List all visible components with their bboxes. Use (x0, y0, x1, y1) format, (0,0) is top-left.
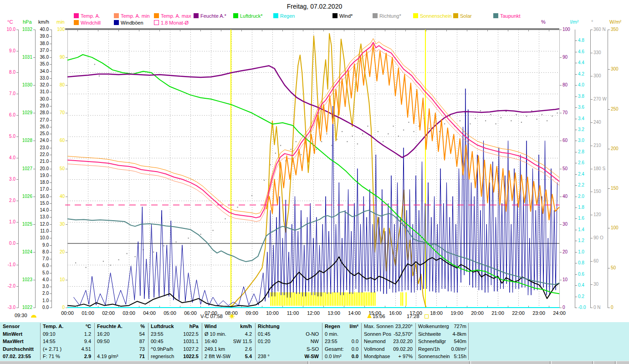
sunshine-bar (296, 292, 297, 306)
sunrise-sun-icon (229, 313, 235, 319)
wind-direction-dot (135, 256, 136, 257)
col-header-label: Feuchte A. (97, 324, 123, 329)
stat-cell-value: SW 11.5 (233, 339, 252, 344)
sunshine-bar (342, 292, 343, 306)
wind-direction-dot (316, 149, 317, 150)
sunshine-bar (325, 292, 326, 306)
axis-label-wind: 14.0 (33, 208, 49, 212)
axis-label-wind: 35.0 (33, 62, 49, 66)
stat-cell-label: 00:45 (151, 339, 164, 344)
stat-cell-label: F: 71 % (43, 354, 60, 359)
legend-item-1-8-monat-: 1.8 Monat-Ø (154, 20, 189, 25)
axis-label-rain: 4.0 (578, 83, 584, 87)
axis-tick (591, 238, 593, 238)
axis-label-minutes: 10 (49, 278, 65, 282)
axis-label-wind: 23.0 (33, 146, 49, 150)
stat-cell-value: W-SW (304, 354, 319, 359)
stat-cell-label: 01:20 (258, 339, 271, 344)
axis-label-wm2: 350 (611, 27, 619, 32)
axis-tick (575, 207, 577, 208)
legend-label: Sonnenschein (420, 13, 452, 19)
axis-label-pct: 20 (563, 250, 568, 254)
axis-header-kmh: km/h (38, 19, 49, 25)
stat-cell: 09:5087 (97, 339, 145, 344)
info-cell-label: Wolkenunterg (418, 324, 449, 329)
x-axis-label: 18:00 (430, 310, 443, 316)
axis-tick (50, 36, 51, 37)
series-solar (231, 34, 426, 308)
axis-label-rain: 1.8 (578, 205, 584, 210)
wind-direction-dot (301, 154, 302, 155)
sunshine-bar (337, 292, 338, 306)
stat-cell-value: 54 (139, 331, 145, 337)
axis-line-rain (575, 30, 575, 308)
sunshine-bar (369, 292, 370, 306)
sunshine-bar (373, 292, 373, 306)
axis-label-rain: 0.2 (578, 294, 584, 299)
wind-direction-dot (251, 195, 252, 196)
row-label-label: Sensor (3, 324, 20, 329)
axis-tick (16, 286, 18, 287)
axis-tick (575, 163, 577, 163)
stat-cell-value: 73 (139, 346, 145, 352)
axis-label-wm2: 0 (611, 305, 614, 310)
info-cell-value: 5:15h (454, 354, 466, 359)
table-divider (468, 323, 469, 360)
wind-direction-dot (347, 141, 348, 142)
axis-label-wind: 1.0 (33, 298, 49, 303)
axis-tick (591, 76, 593, 76)
legend-swatch (273, 13, 278, 18)
axis-tick (50, 231, 51, 232)
axis-tick (575, 174, 577, 175)
axis-header-%: % (541, 19, 546, 25)
axis-tick (575, 197, 577, 197)
axis-label-wm2: 250 (611, 107, 619, 111)
axis-label-rain: 1.2 (578, 238, 584, 243)
axis-label-minutes: 20 (49, 250, 65, 254)
wind-direction-dot (291, 149, 291, 150)
wind-direction-dot (460, 120, 460, 121)
axis-label-temp: 2.0 (0, 198, 15, 203)
wind-direction-dot (200, 234, 201, 235)
axis-label-rain: 3.4 (578, 116, 584, 121)
sunshine-bar (356, 292, 357, 306)
info-cell-label: Sichtweite (418, 331, 441, 337)
axis-tick (591, 215, 593, 215)
x-axis-label: 16:00 (389, 310, 402, 316)
wind-direction-dot (531, 110, 532, 111)
axis-label-minutes: 60 (49, 138, 65, 143)
wind-direction-dot (326, 133, 327, 134)
x-axis-label: 01:00 (82, 310, 94, 316)
wind-direction-dot (414, 131, 414, 132)
col-header-label: Richtung (258, 324, 280, 329)
statusbar-separator (592, 361, 594, 364)
axis-label-pct: 60 (563, 138, 568, 143)
sunshine-bar (359, 292, 360, 306)
axis-tick (50, 203, 51, 204)
x-axis-label: 09:00 (245, 310, 258, 316)
stat-cell: Ø 10 min.4.2 (205, 331, 252, 337)
info-cell-label: Regen/1h (418, 346, 440, 352)
wind-direction-dot (362, 133, 363, 134)
axis-tick (608, 30, 610, 30)
legend-swatch (114, 20, 119, 25)
legend-swatch (194, 13, 199, 18)
axis-tick (591, 146, 593, 146)
col-header: LuftdruckhPa (151, 324, 199, 329)
axis-label-pct: 80 (563, 83, 568, 87)
stat-cell-label: 238 ° (258, 354, 270, 359)
x-axis-label: 02:00 (102, 310, 115, 316)
x-axis-label: 19:00 (450, 310, 463, 316)
legend-swatch (114, 13, 119, 18)
axis-tick (50, 64, 51, 65)
wind-direction-dot (398, 136, 399, 136)
stat-cell-label: 2 Bft W-SW (205, 354, 230, 359)
wind-direction-dot (270, 164, 271, 165)
gust-max-arrow-icon (367, 313, 372, 318)
info-cell: Neumond23.02.20 (364, 339, 413, 344)
table-divider (148, 323, 148, 360)
axis-label-wind: 11.0 (33, 229, 49, 233)
axis-tick (575, 107, 577, 108)
wind-direction-dot (86, 267, 87, 268)
col-header-value: km/h (240, 324, 252, 329)
